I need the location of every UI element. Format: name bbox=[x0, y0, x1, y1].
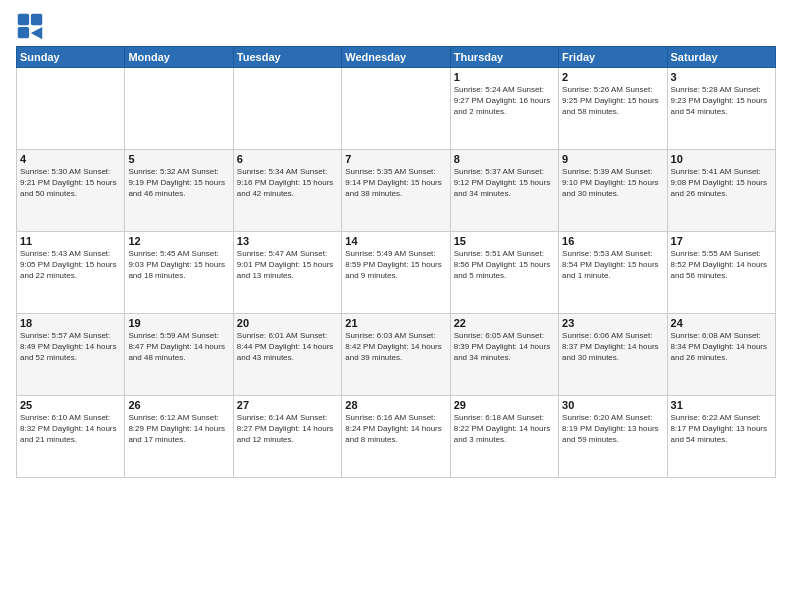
day-number: 24 bbox=[671, 317, 772, 329]
day-detail: Sunrise: 5:55 AM Sunset: 8:52 PM Dayligh… bbox=[671, 249, 772, 281]
calendar-cell: 21Sunrise: 6:03 AM Sunset: 8:42 PM Dayli… bbox=[342, 314, 450, 396]
calendar-cell: 30Sunrise: 6:20 AM Sunset: 8:19 PM Dayli… bbox=[559, 396, 667, 478]
day-number: 14 bbox=[345, 235, 446, 247]
day-number: 15 bbox=[454, 235, 555, 247]
calendar-cell: 13Sunrise: 5:47 AM Sunset: 9:01 PM Dayli… bbox=[233, 232, 341, 314]
calendar-cell: 16Sunrise: 5:53 AM Sunset: 8:54 PM Dayli… bbox=[559, 232, 667, 314]
calendar-cell: 15Sunrise: 5:51 AM Sunset: 8:56 PM Dayli… bbox=[450, 232, 558, 314]
calendar-cell: 26Sunrise: 6:12 AM Sunset: 8:29 PM Dayli… bbox=[125, 396, 233, 478]
calendar-cell: 2Sunrise: 5:26 AM Sunset: 9:25 PM Daylig… bbox=[559, 68, 667, 150]
day-number: 2 bbox=[562, 71, 663, 83]
day-detail: Sunrise: 5:45 AM Sunset: 9:03 PM Dayligh… bbox=[128, 249, 229, 281]
logo bbox=[16, 12, 48, 40]
day-number: 27 bbox=[237, 399, 338, 411]
day-number: 3 bbox=[671, 71, 772, 83]
calendar-cell: 4Sunrise: 5:30 AM Sunset: 9:21 PM Daylig… bbox=[17, 150, 125, 232]
day-detail: Sunrise: 5:59 AM Sunset: 8:47 PM Dayligh… bbox=[128, 331, 229, 363]
svg-marker-3 bbox=[31, 27, 42, 39]
day-detail: Sunrise: 5:49 AM Sunset: 8:59 PM Dayligh… bbox=[345, 249, 446, 281]
day-number: 17 bbox=[671, 235, 772, 247]
day-number: 23 bbox=[562, 317, 663, 329]
day-detail: Sunrise: 5:43 AM Sunset: 9:05 PM Dayligh… bbox=[20, 249, 121, 281]
calendar-cell: 11Sunrise: 5:43 AM Sunset: 9:05 PM Dayli… bbox=[17, 232, 125, 314]
day-detail: Sunrise: 6:22 AM Sunset: 8:17 PM Dayligh… bbox=[671, 413, 772, 445]
day-detail: Sunrise: 5:51 AM Sunset: 8:56 PM Dayligh… bbox=[454, 249, 555, 281]
calendar-cell: 25Sunrise: 6:10 AM Sunset: 8:32 PM Dayli… bbox=[17, 396, 125, 478]
day-detail: Sunrise: 6:16 AM Sunset: 8:24 PM Dayligh… bbox=[345, 413, 446, 445]
day-detail: Sunrise: 5:47 AM Sunset: 9:01 PM Dayligh… bbox=[237, 249, 338, 281]
calendar-table: SundayMondayTuesdayWednesdayThursdayFrid… bbox=[16, 46, 776, 478]
day-number: 7 bbox=[345, 153, 446, 165]
calendar-cell: 24Sunrise: 6:08 AM Sunset: 8:34 PM Dayli… bbox=[667, 314, 775, 396]
calendar-cell: 18Sunrise: 5:57 AM Sunset: 8:49 PM Dayli… bbox=[17, 314, 125, 396]
calendar-cell: 6Sunrise: 5:34 AM Sunset: 9:16 PM Daylig… bbox=[233, 150, 341, 232]
day-detail: Sunrise: 6:20 AM Sunset: 8:19 PM Dayligh… bbox=[562, 413, 663, 445]
page: SundayMondayTuesdayWednesdayThursdayFrid… bbox=[0, 0, 792, 612]
day-number: 31 bbox=[671, 399, 772, 411]
day-detail: Sunrise: 6:03 AM Sunset: 8:42 PM Dayligh… bbox=[345, 331, 446, 363]
day-number: 25 bbox=[20, 399, 121, 411]
calendar-cell: 20Sunrise: 6:01 AM Sunset: 8:44 PM Dayli… bbox=[233, 314, 341, 396]
day-number: 6 bbox=[237, 153, 338, 165]
day-number: 30 bbox=[562, 399, 663, 411]
day-detail: Sunrise: 5:37 AM Sunset: 9:12 PM Dayligh… bbox=[454, 167, 555, 199]
day-number: 8 bbox=[454, 153, 555, 165]
day-detail: Sunrise: 5:34 AM Sunset: 9:16 PM Dayligh… bbox=[237, 167, 338, 199]
day-detail: Sunrise: 6:08 AM Sunset: 8:34 PM Dayligh… bbox=[671, 331, 772, 363]
calendar-cell: 28Sunrise: 6:16 AM Sunset: 8:24 PM Dayli… bbox=[342, 396, 450, 478]
day-detail: Sunrise: 5:57 AM Sunset: 8:49 PM Dayligh… bbox=[20, 331, 121, 363]
day-detail: Sunrise: 5:53 AM Sunset: 8:54 PM Dayligh… bbox=[562, 249, 663, 281]
day-number: 16 bbox=[562, 235, 663, 247]
day-detail: Sunrise: 6:01 AM Sunset: 8:44 PM Dayligh… bbox=[237, 331, 338, 363]
day-number: 11 bbox=[20, 235, 121, 247]
day-number: 21 bbox=[345, 317, 446, 329]
day-detail: Sunrise: 5:28 AM Sunset: 9:23 PM Dayligh… bbox=[671, 85, 772, 117]
day-number: 10 bbox=[671, 153, 772, 165]
calendar-cell: 3Sunrise: 5:28 AM Sunset: 9:23 PM Daylig… bbox=[667, 68, 775, 150]
day-detail: Sunrise: 5:26 AM Sunset: 9:25 PM Dayligh… bbox=[562, 85, 663, 117]
day-number: 19 bbox=[128, 317, 229, 329]
day-detail: Sunrise: 6:12 AM Sunset: 8:29 PM Dayligh… bbox=[128, 413, 229, 445]
calendar-cell: 17Sunrise: 5:55 AM Sunset: 8:52 PM Dayli… bbox=[667, 232, 775, 314]
weekday-header: Monday bbox=[125, 47, 233, 68]
calendar-cell bbox=[233, 68, 341, 150]
day-number: 26 bbox=[128, 399, 229, 411]
day-detail: Sunrise: 5:24 AM Sunset: 9:27 PM Dayligh… bbox=[454, 85, 555, 117]
svg-rect-0 bbox=[18, 14, 29, 25]
svg-rect-2 bbox=[18, 27, 29, 38]
weekday-header: Wednesday bbox=[342, 47, 450, 68]
calendar-cell: 5Sunrise: 5:32 AM Sunset: 9:19 PM Daylig… bbox=[125, 150, 233, 232]
weekday-header: Saturday bbox=[667, 47, 775, 68]
calendar-cell: 12Sunrise: 5:45 AM Sunset: 9:03 PM Dayli… bbox=[125, 232, 233, 314]
day-number: 28 bbox=[345, 399, 446, 411]
day-number: 9 bbox=[562, 153, 663, 165]
weekday-header: Friday bbox=[559, 47, 667, 68]
day-detail: Sunrise: 6:06 AM Sunset: 8:37 PM Dayligh… bbox=[562, 331, 663, 363]
day-number: 5 bbox=[128, 153, 229, 165]
calendar-cell: 19Sunrise: 5:59 AM Sunset: 8:47 PM Dayli… bbox=[125, 314, 233, 396]
calendar-cell: 1Sunrise: 5:24 AM Sunset: 9:27 PM Daylig… bbox=[450, 68, 558, 150]
day-number: 20 bbox=[237, 317, 338, 329]
weekday-header: Sunday bbox=[17, 47, 125, 68]
day-detail: Sunrise: 5:32 AM Sunset: 9:19 PM Dayligh… bbox=[128, 167, 229, 199]
calendar-cell: 7Sunrise: 5:35 AM Sunset: 9:14 PM Daylig… bbox=[342, 150, 450, 232]
calendar-cell: 8Sunrise: 5:37 AM Sunset: 9:12 PM Daylig… bbox=[450, 150, 558, 232]
day-detail: Sunrise: 5:39 AM Sunset: 9:10 PM Dayligh… bbox=[562, 167, 663, 199]
day-detail: Sunrise: 6:10 AM Sunset: 8:32 PM Dayligh… bbox=[20, 413, 121, 445]
weekday-header: Tuesday bbox=[233, 47, 341, 68]
calendar-cell: 27Sunrise: 6:14 AM Sunset: 8:27 PM Dayli… bbox=[233, 396, 341, 478]
logo-icon bbox=[16, 12, 44, 40]
calendar-cell bbox=[342, 68, 450, 150]
day-detail: Sunrise: 6:18 AM Sunset: 8:22 PM Dayligh… bbox=[454, 413, 555, 445]
day-number: 22 bbox=[454, 317, 555, 329]
calendar-cell: 29Sunrise: 6:18 AM Sunset: 8:22 PM Dayli… bbox=[450, 396, 558, 478]
calendar-cell: 9Sunrise: 5:39 AM Sunset: 9:10 PM Daylig… bbox=[559, 150, 667, 232]
calendar-cell: 31Sunrise: 6:22 AM Sunset: 8:17 PM Dayli… bbox=[667, 396, 775, 478]
day-detail: Sunrise: 5:35 AM Sunset: 9:14 PM Dayligh… bbox=[345, 167, 446, 199]
day-detail: Sunrise: 6:05 AM Sunset: 8:39 PM Dayligh… bbox=[454, 331, 555, 363]
weekday-header: Thursday bbox=[450, 47, 558, 68]
header bbox=[16, 12, 776, 40]
day-detail: Sunrise: 6:14 AM Sunset: 8:27 PM Dayligh… bbox=[237, 413, 338, 445]
calendar-cell bbox=[125, 68, 233, 150]
day-number: 4 bbox=[20, 153, 121, 165]
